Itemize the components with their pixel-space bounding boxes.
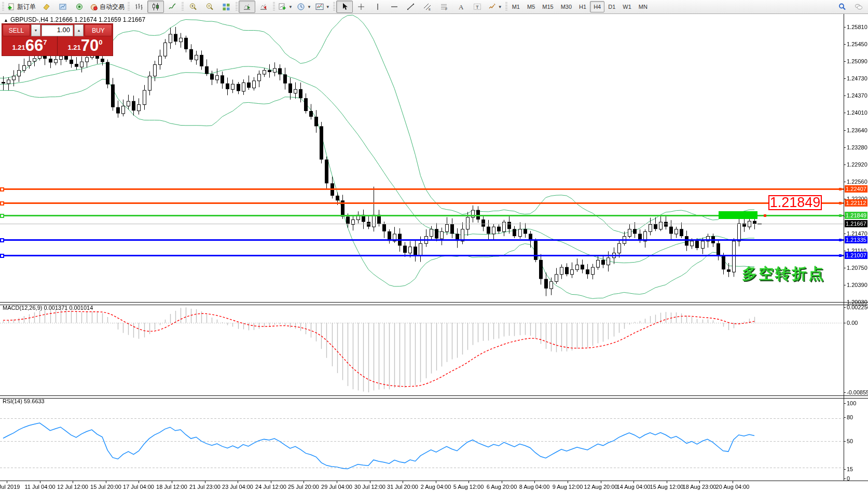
sell-price[interactable]: 1.21 66 7 bbox=[2, 36, 58, 56]
highlight-rectangle[interactable] bbox=[719, 211, 757, 219]
timeframe-d1-button[interactable]: D1 bbox=[604, 1, 619, 12]
search-button[interactable] bbox=[834, 1, 850, 13]
eraser-button[interactable] bbox=[38, 1, 54, 13]
rsi-axis-label: 50 bbox=[847, 438, 853, 444]
profiles-button[interactable]: ▼ bbox=[295, 1, 313, 13]
volume-down-button[interactable]: ▼ bbox=[31, 24, 40, 36]
chat-button[interactable] bbox=[850, 1, 867, 13]
fibonacci-button[interactable]: F bbox=[436, 1, 452, 13]
price-flag-1.21849: 1.21849 bbox=[845, 212, 867, 219]
trader-hline-1.21335[interactable] bbox=[0, 239, 844, 241]
indicators-button[interactable]: ▼ bbox=[313, 1, 332, 13]
time-axis-label: 20 Aug 04:00 bbox=[716, 484, 750, 490]
time-axis-label: 6 Aug 20:00 bbox=[487, 484, 517, 490]
arrows-icon bbox=[488, 3, 496, 11]
buy-price-small: 1.21 bbox=[67, 44, 80, 51]
time-axis-label: 8 Aug 04:00 bbox=[519, 484, 550, 490]
auto-scroll-button[interactable] bbox=[239, 1, 255, 13]
buy-price[interactable]: 1.21 70 0 bbox=[58, 36, 113, 56]
time-axis-label: 29 Jul 04:00 bbox=[321, 484, 352, 490]
price-annotation-box[interactable]: 1.21849 bbox=[768, 195, 822, 210]
channel-button[interactable]: E bbox=[419, 1, 436, 13]
trader-hline-1.21007[interactable] bbox=[0, 255, 844, 256]
time-axis-label: 15 Aug 12:00 bbox=[650, 484, 684, 490]
zoom-out-icon bbox=[205, 3, 214, 11]
time-axis-label: 2 Aug 04:00 bbox=[421, 484, 451, 490]
trendline-button[interactable] bbox=[403, 1, 419, 13]
trader-hline-1.22112[interactable] bbox=[0, 202, 844, 204]
chart-shift-button[interactable] bbox=[255, 1, 272, 13]
candle-chart-icon bbox=[151, 3, 160, 11]
new-order-button[interactable]: 新订单 bbox=[5, 1, 38, 13]
pane-splitter-rsi[interactable] bbox=[0, 395, 868, 399]
price-axis-label: 1.22920 bbox=[847, 161, 867, 168]
collapse-panel-icon[interactable]: ▲ bbox=[4, 18, 8, 23]
time-axis-label: 12 Jul 12:00 bbox=[57, 484, 88, 490]
timeframe-m1-button[interactable]: M1 bbox=[508, 1, 523, 12]
hline-anchor-icon[interactable] bbox=[0, 187, 4, 191]
volume-up-button[interactable]: ▲ bbox=[74, 24, 84, 36]
indicators-icon bbox=[315, 3, 324, 11]
time-axis-label: 5 Aug 12:00 bbox=[453, 484, 484, 490]
macd-axis-label: 0.002256 bbox=[847, 304, 868, 310]
hline-endpoint-icon[interactable] bbox=[839, 214, 842, 217]
annotation-anchor-icon[interactable] bbox=[764, 214, 766, 217]
axis-tick bbox=[403, 481, 403, 483]
timeframe-h1-button[interactable]: H1 bbox=[575, 1, 590, 12]
timeframe-m30-button[interactable]: M30 bbox=[557, 1, 575, 12]
crosshair-button[interactable] bbox=[353, 1, 369, 13]
line-chart-button[interactable] bbox=[164, 1, 181, 13]
pane-splitter-macd[interactable] bbox=[0, 302, 868, 305]
zoom-in-button[interactable] bbox=[185, 1, 201, 13]
charts-window-button[interactable] bbox=[54, 1, 71, 13]
tile-windows-button[interactable] bbox=[218, 1, 235, 13]
axis-tick bbox=[436, 481, 436, 483]
timeframe-mn-button[interactable]: MN bbox=[635, 1, 651, 12]
text-button[interactable]: A bbox=[452, 1, 469, 13]
text-label-button[interactable]: T bbox=[469, 1, 486, 13]
hline-anchor-icon[interactable] bbox=[0, 238, 4, 242]
timeframe-m15-button[interactable]: M15 bbox=[539, 1, 557, 12]
trader-hline-1.21849[interactable] bbox=[0, 215, 844, 216]
sell-price-big: 66 bbox=[25, 37, 43, 54]
axis-tick bbox=[844, 234, 846, 234]
hline-button[interactable] bbox=[386, 1, 403, 13]
arrows-button[interactable]: ▼ bbox=[486, 1, 504, 13]
axis-tick bbox=[337, 481, 337, 483]
axis-tick bbox=[699, 481, 700, 483]
chart-canvas[interactable] bbox=[0, 0, 868, 493]
time-axis-label: 17 Jul 04:00 bbox=[123, 484, 154, 490]
hline-anchor-icon[interactable] bbox=[0, 201, 4, 206]
hline-endpoint-icon[interactable] bbox=[839, 239, 842, 241]
hline-endpoint-icon[interactable] bbox=[839, 202, 842, 204]
hline-endpoint-icon[interactable] bbox=[839, 254, 842, 257]
trader-hline-1.22407[interactable] bbox=[0, 188, 844, 190]
signal-button[interactable] bbox=[71, 1, 88, 13]
buy-button[interactable]: BUY bbox=[85, 24, 112, 36]
sell-button[interactable]: SELL bbox=[3, 24, 30, 36]
price-axis-label: 1.23280 bbox=[847, 144, 867, 150]
axis-tick bbox=[40, 481, 40, 483]
cn-annotation-text[interactable]: 多空转折点 bbox=[742, 264, 825, 284]
axis-tick bbox=[304, 481, 304, 483]
hline-anchor-icon[interactable] bbox=[0, 254, 4, 258]
signal-icon bbox=[75, 3, 84, 11]
toolbar-separator bbox=[273, 2, 275, 11]
bar-chart-button[interactable] bbox=[131, 1, 147, 13]
vline-button[interactable] bbox=[369, 1, 386, 13]
timeframe-m5-button[interactable]: M5 bbox=[523, 1, 539, 12]
hline-endpoint-icon[interactable] bbox=[839, 188, 842, 190]
rsi-axis-label: 0 bbox=[847, 475, 850, 482]
channel-icon: E bbox=[423, 3, 432, 11]
rsi-axis-label: 100 bbox=[847, 400, 856, 406]
candle-chart-button[interactable] bbox=[147, 1, 164, 13]
autotrade-button[interactable]: 自动交易 bbox=[88, 1, 127, 13]
new-chart-button[interactable]: ▼ bbox=[276, 1, 295, 13]
volume-input[interactable]: 1.00 bbox=[42, 25, 73, 36]
timeframe-w1-button[interactable]: W1 bbox=[619, 1, 635, 12]
timeframe-h4-button[interactable]: H4 bbox=[590, 1, 604, 12]
axis-tick bbox=[844, 61, 846, 62]
hline-anchor-icon[interactable] bbox=[0, 214, 4, 218]
zoom-out-button[interactable] bbox=[201, 1, 218, 13]
cursor-button[interactable] bbox=[336, 1, 353, 13]
